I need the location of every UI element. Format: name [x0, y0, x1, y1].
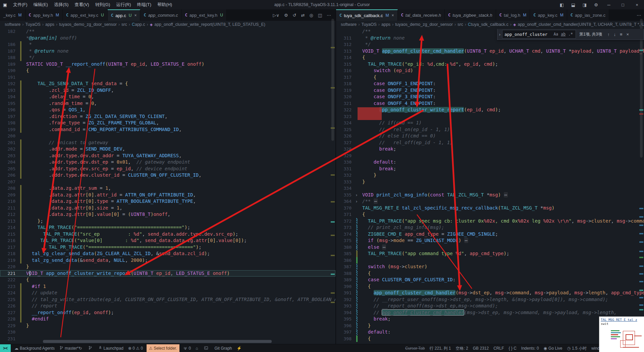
tab-tuya_sdk_callback.c[interactable]: Ctuya_sdk_callback.cM× — [336, 9, 398, 21]
line-number[interactable]: 393 — [336, 303, 354, 309]
code-line[interactable]: 374 ZIGBEE_CMD_E app_cmd_type = ZIGBEE_C… — [336, 231, 644, 238]
line-number[interactable]: 329 — [336, 153, 354, 159]
line-number[interactable]: 223 — [0, 283, 17, 290]
regex-icon[interactable]: .* — [567, 32, 574, 37]
gear-icon[interactable]: ⚙ — [282, 13, 290, 18]
code-line[interactable]: 371{ — [336, 211, 644, 218]
code-line[interactable]: 213 }; — [0, 218, 335, 225]
code-line[interactable]: 373 // print_zcl_msg_info(msg); — [336, 224, 644, 231]
code-line[interactable]: 332 } — [336, 172, 644, 179]
code-line[interactable]: 212 .data.zg.attr[0].value[0] = (UINT8_T… — [0, 211, 335, 218]
line-number[interactable]: 188 — [0, 54, 17, 61]
menu-item-运行(R)[interactable]: 运行(R) — [113, 2, 134, 8]
code-line[interactable]: 226 // report — [0, 303, 335, 309]
line-number[interactable]: 190 — [0, 67, 17, 74]
line-number[interactable]: 227 — [0, 309, 17, 316]
line-number[interactable]: 312 — [336, 41, 354, 48]
line-number[interactable]: 189 — [0, 61, 17, 68]
line-number[interactable]: 222 — [0, 277, 17, 283]
code-line[interactable]: 315 TAL_PR_TRACE("ep_id: %d,cmd: %d", ep… — [336, 61, 644, 68]
find-in-selection-icon[interactable]: ≡ — [618, 32, 625, 37]
status-git-action[interactable] — [86, 344, 96, 352]
line-number[interactable]: 322 — [336, 107, 354, 113]
line-number[interactable]: 385 — [336, 250, 354, 257]
code-line[interactable]: 395 break; — [336, 316, 644, 322]
find-expand-icon[interactable]: › — [497, 32, 502, 37]
line-number[interactable]: 211 — [0, 205, 17, 212]
line-number[interactable]: 214 — [0, 224, 17, 231]
code-line[interactable]: 190{ — [0, 67, 335, 74]
line-number[interactable]: 373 — [336, 224, 354, 231]
code-line[interactable]: 394 // app_onoff_cluster_cmd_handler(msg… — [336, 309, 644, 316]
vertical-scrollbar[interactable] — [331, 0, 335, 352]
line-number[interactable]: 316 — [336, 67, 354, 74]
line-number[interactable]: 202 — [0, 146, 17, 153]
code-line[interactable]: 198 .frame_type = ZG_ZCL_FRAME_TYPE_GLOB… — [0, 120, 335, 126]
tab-close-icon[interactable]: × — [134, 13, 137, 18]
line-number[interactable]: 210 — [0, 198, 17, 205]
find-input[interactable]: app_onoff_cluster Aa ab .* — [502, 30, 576, 39]
line-number[interactable]: 203 — [0, 153, 17, 159]
match-case-icon[interactable]: Aa — [552, 32, 559, 37]
line-number[interactable]: 318 — [336, 80, 354, 87]
status-indents[interactable]: Indents: 0 — [519, 344, 541, 352]
code-line[interactable]: 210 .data.zg.attr[0].type = ATTR_BOOLEAN… — [0, 198, 335, 205]
code-line[interactable]: 215 TAL_PR_TRACE("src_ep : %d", send_dat… — [0, 231, 335, 238]
code-line[interactable]: 324 // if(cmd == 1) — [336, 120, 644, 126]
breadcrumb-file[interactable]: Capp.c — [132, 22, 145, 27]
status-git-branch[interactable]: master*↻ — [57, 344, 86, 352]
status-select-folder[interactable]: ⚠ Select folder. — [147, 344, 179, 352]
status-cursor-position[interactable]: 行 221, 列 1 — [427, 344, 453, 352]
line-number[interactable]: 327 — [336, 139, 354, 146]
line-number[interactable]: 314 — [336, 54, 354, 61]
settings-gear-icon[interactable]: ⚙ — [590, 2, 602, 7]
code-line[interactable]: 387 switch (msg->cluster) — [336, 263, 644, 270]
line-number[interactable]: 182 — [0, 28, 17, 35]
line-number[interactable]: 390 — [336, 283, 354, 290]
line-number[interactable]: 319 — [336, 87, 354, 94]
code-line[interactable]: 216 TAL_PR_TRACE("value[0] : %d", send_d… — [0, 237, 335, 244]
code-line[interactable]: 326 // else if(cmd == 0) — [336, 133, 644, 139]
status-encoding[interactable]: GB 2312 — [471, 344, 491, 352]
tab-app_ext_key.h[interactable]: Capp_ext_key.hU — [182, 9, 227, 21]
status-background-agents[interactable]: ☁Background Agents — [12, 344, 57, 352]
line-number[interactable]: 320 — [336, 94, 354, 100]
code-line[interactable]: 370TAL_MSG_RET_E tal_zcl_specific_msg_re… — [336, 205, 644, 212]
tab-_key.c[interactable]: _key.cM — [0, 9, 25, 21]
code-line[interactable]: 328 break; — [336, 146, 644, 153]
code-line[interactable]: 392 // __report_user_onoff(msg->dst_ep, … — [336, 296, 644, 303]
whole-word-icon[interactable]: ab — [559, 32, 567, 37]
code-line[interactable]: 230 — [0, 329, 335, 336]
line-number[interactable]: 386 — [336, 257, 354, 264]
code-line[interactable]: 205 .addr.type.dev.src_ep = ep_id, // de… — [0, 166, 335, 172]
line-number[interactable]: 398 — [336, 336, 354, 342]
breadcrumb-item[interactable]: apps — [381, 22, 390, 27]
line-number[interactable]: 224 — [0, 290, 17, 296]
breadcrumb-right[interactable]: software›TuyaOS›apps›tuyaos_demo_zg_door… — [336, 21, 644, 28]
breadcrumb-left[interactable]: software›TuyaOS›apps›tuyaos_demo_zg_door… — [0, 21, 335, 28]
status-problems[interactable]: ⊗ 0 ⚠ 0 — [126, 344, 145, 352]
tab-tal_log.h[interactable]: Ctal_log.hM — [496, 9, 530, 21]
line-number[interactable] — [336, 28, 354, 35]
tab-app_key.c[interactable]: Capp_key.cM — [530, 9, 567, 21]
code-line[interactable]: 189STATIC VOID_T __report_onoff(UINT8_T … — [0, 61, 335, 68]
line-number[interactable]: 186 — [0, 41, 17, 48]
line-number[interactable]: 231 — [0, 336, 17, 342]
line-number[interactable]: 389 — [336, 277, 354, 283]
status-cursor-tab[interactable]: Cursor Tab — [403, 344, 427, 352]
code-line[interactable]: 330 default: — [336, 159, 644, 166]
breadcrumb-item[interactable]: tuyaos_demo_zg_door_sensor — [59, 22, 117, 27]
code-line[interactable]: 390 { — [336, 283, 644, 290]
line-number[interactable]: 201 — [0, 139, 17, 146]
line-number[interactable]: 206 — [0, 172, 17, 179]
code-line[interactable]: 219 tal_zg_send_data(&send_data, NULL, 2… — [0, 257, 335, 264]
fold-indicator-icon[interactable]: › — [354, 198, 360, 205]
code-line[interactable]: 313VOID_T app_onoff_cluster_cmd_handler(… — [336, 48, 644, 55]
code-line[interactable]: 208 .data.zg.attr_sum = 1, — [0, 185, 335, 192]
code-line[interactable]: 396 } — [336, 322, 644, 329]
tab-app.c[interactable]: Capp.cU× — [108, 9, 141, 21]
line-number[interactable]: 212 — [0, 211, 17, 218]
line-number[interactable]: 230 — [0, 329, 17, 336]
line-number[interactable]: 205 — [0, 166, 17, 172]
code-line[interactable]: 372 TAL_PR_TRACE("app spec msg cb: clust… — [336, 218, 644, 225]
